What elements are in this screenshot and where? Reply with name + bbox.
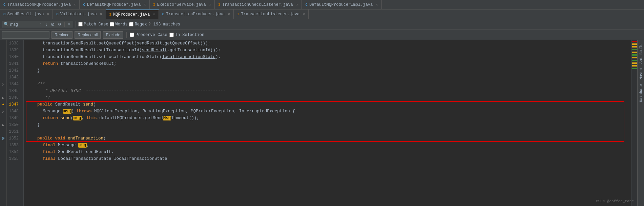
tab-TransactionMQProducer[interactable]: C TransactionMQProducer.java × [0, 0, 80, 9]
preserve-case-checkbox[interactable] [130, 33, 134, 37]
close-icon[interactable]: × [209, 3, 211, 7]
next-match-button[interactable]: ↓ [44, 21, 49, 27]
line-number: 1343 [8, 74, 21, 81]
line-number: 1338 [8, 40, 21, 47]
gutter-row [0, 128, 6, 135]
code-line-1341: return transactionSendResult; [24, 60, 631, 67]
matches-count: 193 matches [153, 22, 180, 27]
gutter-row: @ [0, 135, 6, 142]
code-line-1350: } [24, 121, 631, 128]
tab-DefaultMQProducerImpl[interactable]: C DefaultMQProducerImpl.java × [302, 0, 381, 9]
line-number: 1344 [8, 81, 21, 88]
filter-button[interactable]: ⚙ [57, 21, 62, 27]
code-content[interactable]: transactionSendResult.setQueueOffset(sen… [24, 40, 631, 206]
regex-checkbox[interactable] [129, 22, 133, 26]
gutter-row: ● [0, 101, 6, 108]
side-tab-database[interactable]: Database [638, 82, 644, 104]
code-line-1354: final SendResult sendResult, [24, 149, 631, 155]
tab-label: DefaultMQProducerImpl.java [309, 2, 373, 7]
tab-label: TransactionListener.java [241, 12, 299, 17]
tab-TransactionProducer[interactable]: C TransactionProducer.java × [159, 10, 234, 19]
tab-icon-c: C [3, 12, 6, 16]
gutter-row [0, 54, 6, 60]
tab-TransactionCheckListener[interactable]: I TransactionCheckListener.java × [215, 0, 302, 9]
tab-icon-c: C [3, 3, 6, 7]
gutter-row [0, 60, 6, 67]
exclude-button[interactable]: Exclude [103, 31, 123, 39]
tab-bar-second: C SendResult.java × C Validators.java × … [0, 10, 644, 19]
tab-ExecutorService[interactable]: I ExecutorService.java × [150, 0, 215, 9]
replace-input[interactable] [4, 33, 44, 37]
watermark: CSDN @coffee_tabe [596, 199, 634, 203]
scroll-marker-yellow [632, 52, 637, 53]
search-input[interactable] [10, 22, 37, 27]
in-selection-checkbox[interactable] [169, 33, 174, 37]
close-search-button[interactable]: × [67, 21, 71, 27]
tab-icon-c: C [305, 3, 308, 7]
line-number: 1341 [8, 60, 21, 67]
scroll-marker-yellow [632, 43, 637, 45]
words-label[interactable]: Words [110, 22, 128, 27]
prev-match-button[interactable]: ↑ [39, 21, 43, 27]
gutter-row [0, 149, 6, 155]
code-text: return send(msg, this.defaultMQProducer.… [43, 115, 199, 121]
code-line-1339: transactionSendResult.setTransactionId(s… [24, 47, 631, 54]
tab-DefaultMQProducer[interactable]: C DefaultMQProducer.java × [80, 0, 150, 9]
words-checkbox[interactable] [110, 22, 114, 26]
gutter-row: ▶ [0, 121, 6, 128]
close-icon[interactable]: × [144, 3, 146, 7]
replace-input-wrap [2, 31, 49, 39]
match-case-text: Match Case [84, 22, 108, 27]
tab-label: TransactionMQProducer.java [7, 2, 71, 7]
tab-icon-i: I [109, 13, 112, 17]
close-icon[interactable]: × [153, 13, 155, 17]
tab-label: SendResult.java [7, 12, 44, 17]
help-icon[interactable]: ? [148, 22, 151, 27]
tab-icon-c: C [56, 12, 59, 16]
code-line-1343 [24, 74, 631, 81]
close-icon[interactable]: × [376, 3, 378, 7]
gutter-row: ▷ [0, 108, 6, 115]
tab-bar-top: C TransactionMQProducer.java × C Default… [0, 0, 644, 10]
line-number: 1350 [8, 121, 21, 128]
search-input-wrap: 🔍 ↑ ↓ ⊙ ⚙ × [2, 21, 73, 28]
in-selection-label[interactable]: In Selection [169, 33, 204, 37]
match-case-checkbox[interactable] [78, 22, 83, 26]
search-separator [76, 21, 76, 27]
close-icon[interactable]: × [303, 12, 305, 16]
close-icon[interactable]: × [296, 3, 298, 7]
code-text: } [37, 67, 40, 74]
tab-SendResult[interactable]: C SendResult.java × [0, 10, 53, 19]
tab-MQProducer[interactable]: I MQProducer.java × [106, 10, 159, 19]
regex-label[interactable]: Regex [129, 22, 147, 27]
side-tab-maven[interactable]: Maven [638, 66, 644, 81]
side-tab-ant-build[interactable]: Ant Build [638, 41, 644, 65]
preserve-case-label[interactable]: Preserve Case [130, 33, 167, 37]
close-icon[interactable]: × [228, 12, 230, 16]
close-icon[interactable]: × [74, 3, 76, 7]
gutter-row: ▶ [0, 94, 6, 101]
search-options-button[interactable]: ⊙ [50, 21, 56, 27]
right-scroll-panel [631, 40, 637, 206]
tab-label: TransactionProducer.java [166, 12, 225, 17]
tab-Validators[interactable]: C Validators.java × [53, 10, 106, 19]
gutter-row [0, 115, 6, 121]
tab-TransactionListener[interactable]: I TransactionListener.java × [234, 10, 309, 19]
close-icon[interactable]: × [100, 12, 102, 16]
close-icon[interactable]: × [47, 12, 49, 16]
code-line-1347: public SendResult send( [24, 101, 631, 108]
code-text: transactionSendResult.setQueueOffset(sen… [43, 40, 210, 47]
replace-all-button[interactable]: Replace all [75, 31, 101, 39]
code-line-1352: public void endTransaction( [24, 135, 631, 142]
tab-label: TransactionCheckListener.java [222, 2, 293, 7]
scroll-marker-green [632, 68, 637, 69]
code-text: public void endTransaction( [37, 135, 106, 142]
replace-button[interactable]: Replace [51, 31, 72, 39]
line-number: 1339 [8, 47, 21, 54]
scroll-marker-yellow [632, 65, 637, 67]
scroll-marker-green [632, 60, 637, 61]
scroll-marker-yellow [632, 62, 637, 64]
code-text: * DEFAULT SYNC -------------------------… [43, 88, 226, 94]
match-case-label[interactable]: Match Case [78, 22, 108, 27]
code-text: final LocalTransactionState localTransac… [43, 155, 167, 162]
